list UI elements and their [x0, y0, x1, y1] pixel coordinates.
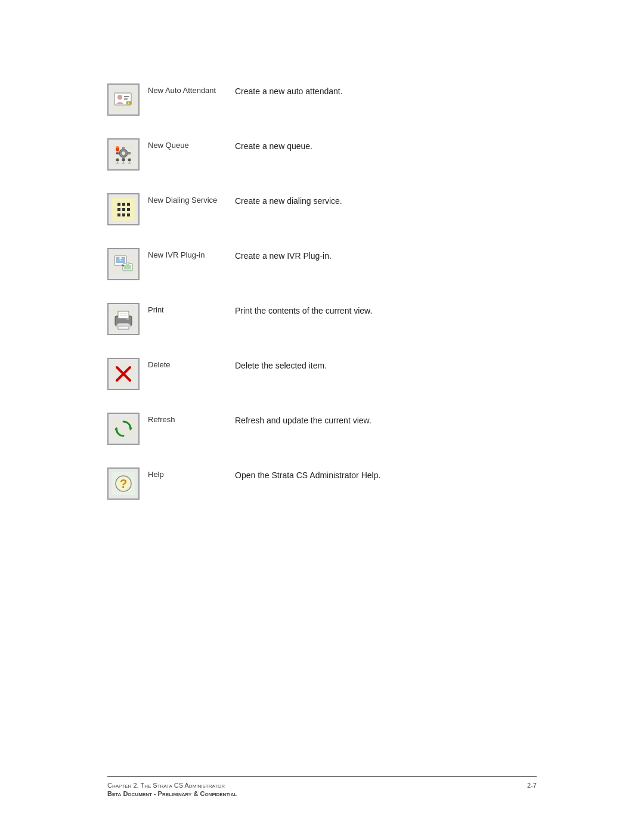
- svg-rect-46: [116, 326, 131, 327]
- svg-rect-38: [118, 311, 129, 318]
- svg-point-16: [122, 159, 125, 162]
- svg-rect-9: [122, 147, 125, 150]
- svg-point-31: [119, 257, 122, 259]
- list-item: New Queue Create a new queue.: [107, 138, 537, 171]
- svg-rect-4: [124, 98, 128, 100]
- footer-chapter-line: Chapter 2. The Strata CS Administrator 2…: [107, 782, 537, 789]
- refresh-description: Refresh and update the current view.: [235, 413, 371, 427]
- new-dialing-service-description: Create a new dialing service.: [235, 193, 342, 208]
- footer-confidentiality-text: Beta Document - Preliminary & Confidenti…: [107, 790, 237, 797]
- list-item: New IVR Plug-in Create a new IVR Plug-in…: [107, 248, 537, 280]
- refresh-label: Refresh: [140, 413, 235, 425]
- footer-chapter: Chapter 2. The Strata CS Administrator: [107, 782, 225, 789]
- svg-point-44: [126, 318, 129, 320]
- new-queue-label: New Queue: [140, 138, 235, 151]
- svg-point-17: [128, 159, 131, 162]
- print-label: Print: [140, 303, 235, 315]
- svg-point-14: [116, 146, 119, 151]
- new-ivr-plugin-icon: [107, 248, 140, 280]
- svg-rect-12: [128, 152, 131, 154]
- svg-point-2: [117, 95, 122, 100]
- new-ivr-plugin-label: New IVR Plug-in: [140, 248, 235, 261]
- svg-rect-27: [127, 213, 130, 216]
- svg-point-15: [116, 159, 119, 162]
- list-item: Delete Delete the selected item.: [107, 358, 537, 390]
- new-queue-description: Create a new queue.: [235, 138, 312, 153]
- list-item: Print Print the contents of the current …: [107, 303, 537, 335]
- svg-rect-23: [122, 208, 125, 211]
- new-ivr-plugin-description: Create a new IVR Plug-in.: [235, 248, 332, 262]
- new-queue-icon: [107, 138, 140, 171]
- help-label: Help: [140, 467, 235, 480]
- svg-rect-19: [117, 203, 120, 206]
- list-item: New Auto Attendant Create a new auto att…: [107, 83, 537, 116]
- svg-rect-20: [122, 203, 125, 206]
- new-dialing-service-label: New Dialing Service: [140, 193, 235, 206]
- list-item: ? Help Open the Strata CS Administrator …: [107, 467, 537, 500]
- delete-description: Delete the selected item.: [235, 358, 327, 372]
- svg-rect-21: [127, 203, 130, 206]
- help-icon: ?: [107, 467, 140, 500]
- list-item: New Dialing Service Create a new dialing…: [107, 193, 537, 225]
- new-dialing-service-icon: [107, 193, 140, 225]
- svg-text:?: ?: [120, 477, 127, 490]
- new-auto-attendant-description: Create a new auto attendant.: [235, 83, 343, 98]
- page-content: New Auto Attendant Create a new auto att…: [0, 0, 644, 570]
- delete-label: Delete: [140, 358, 235, 370]
- svg-rect-22: [117, 208, 120, 211]
- svg-rect-33: [124, 265, 131, 270]
- footer-page-number: 2-7: [527, 782, 537, 789]
- svg-rect-24: [127, 208, 130, 211]
- svg-rect-26: [122, 213, 125, 216]
- refresh-icon: [107, 413, 140, 445]
- svg-rect-3: [124, 96, 129, 97]
- page-footer: Chapter 2. The Strata CS Administrator 2…: [107, 776, 537, 797]
- list-item: Refresh Refresh and update the current v…: [107, 413, 537, 445]
- new-auto-attendant-icon: [107, 83, 140, 116]
- print-icon: [107, 303, 140, 335]
- svg-rect-34: [126, 262, 129, 265]
- svg-rect-25: [117, 213, 120, 216]
- svg-point-8: [122, 151, 125, 155]
- svg-rect-5: [126, 101, 131, 104]
- new-auto-attendant-label: New Auto Attendant: [140, 83, 235, 96]
- print-description: Print the contents of the current view.: [235, 303, 372, 317]
- footer-confidentiality: Beta Document - Preliminary & Confidenti…: [107, 790, 537, 797]
- help-description: Open the Strata CS Administrator Help.: [235, 467, 380, 482]
- delete-icon: [107, 358, 140, 390]
- svg-rect-45: [117, 324, 130, 326]
